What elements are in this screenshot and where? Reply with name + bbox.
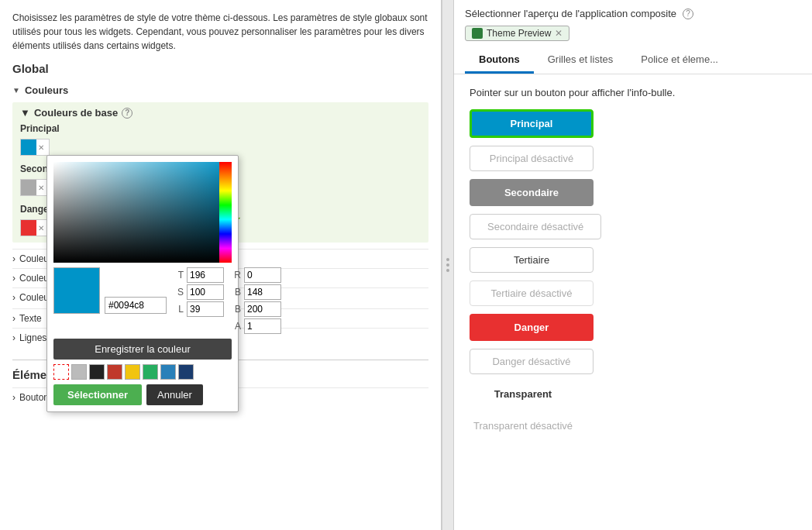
btn-principal[interactable]: Principal bbox=[470, 109, 594, 138]
principal-color-preview bbox=[21, 139, 36, 155]
chevron-down-icon: ▼ bbox=[12, 86, 20, 95]
app-selector-row: Sélectionner l'aperçu de l'application c… bbox=[465, 8, 801, 19]
s-label: S bbox=[171, 287, 184, 298]
chevron-right-icon: › bbox=[12, 313, 15, 324]
picker-actions: Sélectionner Annuler bbox=[53, 384, 232, 405]
btn-transparent[interactable]: Transparent bbox=[470, 382, 594, 406]
swatch-red[interactable] bbox=[107, 364, 122, 380]
swatch-black[interactable] bbox=[89, 364, 105, 380]
picker-sliders: T R S B L B A bbox=[171, 267, 283, 334]
divider-dot bbox=[446, 269, 449, 272]
swatch-gray[interactable] bbox=[71, 364, 87, 380]
right-panel: Sélectionner l'aperçu de l'application c… bbox=[454, 0, 812, 530]
secondaire-color-swatch[interactable]: ✕ bbox=[20, 179, 50, 196]
a-label: A bbox=[229, 321, 241, 332]
a-input[interactable] bbox=[244, 318, 281, 334]
chevron-down-icon: ▼ bbox=[20, 107, 30, 119]
btn-secondaire[interactable]: Secondaire bbox=[470, 179, 594, 206]
right-header: Sélectionner l'aperçu de l'application c… bbox=[454, 0, 812, 74]
b1-label: B bbox=[229, 287, 241, 298]
intro-text: Choisissez les paramètres de style de vo… bbox=[12, 11, 428, 53]
picker-hex-input[interactable] bbox=[105, 297, 167, 314]
swatch-blue[interactable] bbox=[160, 364, 176, 380]
panel-divider bbox=[442, 0, 454, 530]
btn-principal-disabled: Principal désactivé bbox=[470, 146, 594, 171]
theme-tab-row: Theme Preview ✕ bbox=[465, 26, 801, 41]
chevron-right-icon: › bbox=[12, 332, 15, 343]
theme-preview-icon bbox=[472, 28, 483, 39]
couleurs-collapsible[interactable]: ▼ Couleurs bbox=[12, 81, 428, 99]
principal-swatch-row: ✕ bbox=[20, 139, 421, 156]
t-label: T bbox=[171, 270, 184, 280]
theme-preview-tab[interactable]: Theme Preview ✕ bbox=[465, 26, 569, 41]
secondaire-swatch-clear[interactable]: ✕ bbox=[36, 184, 46, 192]
danger-color-preview bbox=[21, 220, 36, 236]
tabs-row: Boutons Grilles et listes Police et élem… bbox=[465, 47, 801, 74]
chevron-right-icon: › bbox=[12, 392, 15, 403]
global-section-title: Global bbox=[12, 62, 428, 75]
principal-label: Principal bbox=[20, 123, 82, 134]
btn-secondaire-disabled: Secondaire désactivé bbox=[470, 214, 601, 239]
btn-transparent-disabled: Transparent désactivé bbox=[470, 414, 594, 438]
color-gradient-area[interactable] bbox=[53, 162, 232, 263]
btn-danger[interactable]: Danger bbox=[470, 314, 594, 341]
picker-hex-box bbox=[105, 267, 167, 314]
b1-input[interactable] bbox=[244, 284, 281, 300]
app-selector-help-icon[interactable]: ? bbox=[683, 9, 693, 19]
pointer-hint: Pointer sur un bouton pour afficher l'in… bbox=[470, 87, 797, 98]
tab-boutons[interactable]: Boutons bbox=[465, 47, 534, 74]
btn-danger-disabled: Danger désactivé bbox=[470, 349, 594, 374]
tab-grilles[interactable]: Grilles et listes bbox=[534, 47, 628, 74]
color-gradient-main[interactable] bbox=[53, 162, 232, 263]
swatch-yellow[interactable] bbox=[125, 364, 140, 380]
secondaire-color-preview bbox=[21, 180, 36, 195]
divider-dot bbox=[446, 263, 449, 267]
t-input[interactable] bbox=[187, 267, 224, 283]
picker-color-preview bbox=[53, 267, 100, 314]
l-label: L bbox=[171, 304, 184, 315]
l-input[interactable] bbox=[187, 301, 224, 317]
swatch-darkblue[interactable] bbox=[178, 364, 194, 380]
cancel-button[interactable]: Annuler bbox=[146, 384, 203, 405]
select-button[interactable]: Sélectionner bbox=[53, 384, 142, 405]
picker-swatches bbox=[53, 364, 232, 380]
tab-police[interactable]: Police et éleme... bbox=[627, 47, 732, 74]
danger-swatch-clear[interactable]: ✕ bbox=[36, 224, 46, 232]
swatch-green[interactable] bbox=[143, 364, 158, 380]
swatch-empty[interactable] bbox=[53, 364, 69, 380]
s-input[interactable] bbox=[187, 284, 224, 300]
save-color-button[interactable]: Enregistrer la couleur bbox=[53, 339, 232, 360]
picker-bottom: T R S B L B A bbox=[53, 267, 232, 334]
btn-tertiaire-disabled: Tertiaire désactivé bbox=[470, 280, 594, 306]
chevron-right-icon: › bbox=[12, 292, 15, 303]
app-selector-label: Sélectionner l'aperçu de l'application c… bbox=[465, 8, 676, 19]
principal-color-row: Principal bbox=[20, 123, 421, 134]
btn-tertiaire[interactable]: Tertiaire bbox=[470, 247, 594, 273]
help-icon[interactable]: ? bbox=[122, 108, 132, 119]
color-picker-popup: T R S B L B A Enregistrer la couleur bbox=[46, 155, 239, 412]
buttons-list: Principal Principal désactivé Secondaire… bbox=[470, 109, 797, 438]
principal-color-swatch[interactable]: ✕ bbox=[20, 139, 50, 156]
principal-swatch-clear[interactable]: ✕ bbox=[36, 143, 46, 152]
chevron-right-icon: › bbox=[12, 253, 15, 264]
theme-tab-close-icon[interactable]: ✕ bbox=[555, 28, 563, 39]
right-content: Pointer sur un bouton pour afficher l'in… bbox=[454, 74, 812, 530]
couleurs-de-base-header[interactable]: ▼ Couleurs de base ? bbox=[20, 107, 421, 119]
hue-bar[interactable] bbox=[219, 162, 232, 263]
b2-label: B bbox=[229, 304, 241, 315]
theme-preview-label: Theme Preview bbox=[487, 28, 551, 39]
r-label: R bbox=[229, 270, 241, 280]
chevron-right-icon: › bbox=[12, 273, 15, 284]
r-input[interactable] bbox=[244, 267, 281, 283]
b2-input[interactable] bbox=[244, 301, 281, 317]
divider-dot bbox=[446, 258, 449, 261]
danger-color-swatch[interactable]: ✕ bbox=[20, 219, 50, 236]
